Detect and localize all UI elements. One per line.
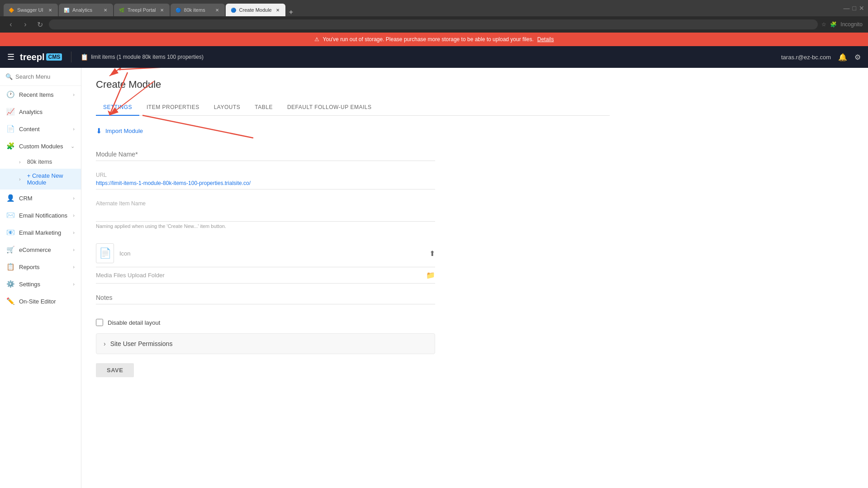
tab-settings[interactable]: SETTINGS <box>96 99 139 116</box>
tab-close-80k[interactable]: ✕ <box>214 7 220 13</box>
alternate-item-name-group: Alternate Item Name Naming applied when … <box>96 200 435 229</box>
sidebar-item-reports[interactable]: 📋 Reports › <box>0 258 81 275</box>
header-user-email: taras.r@ez-bc.com <box>781 54 831 61</box>
permissions-arrow-icon: › <box>104 340 106 347</box>
incognito-label: Incognito <box>840 21 863 28</box>
sidebar-item-settings-label: Settings <box>19 281 68 288</box>
module-name-input[interactable] <box>96 148 435 161</box>
tab-default-followup[interactable]: DEFAULT FOLLOW-UP EMAILS <box>280 99 379 116</box>
sidebar-item-analytics[interactable]: 📈 Analytics <box>0 103 81 120</box>
tab-title-swagger: Swagger UI <box>17 7 44 13</box>
tab-close-analytics[interactable]: ✕ <box>102 7 109 13</box>
address-bar-right: ☆ 🧩 Incognito <box>821 21 863 28</box>
tab-close-swagger[interactable]: ✕ <box>47 7 53 13</box>
minimize-button[interactable]: — <box>844 5 850 12</box>
tab-title-treepl: Treepl Portal <box>128 7 156 13</box>
alert-details-link[interactable]: Details <box>537 36 554 43</box>
refresh-button[interactable]: ↻ <box>34 19 45 30</box>
sidebar-item-email-notifications[interactable]: ✉️ Email Notifications › <box>0 207 81 224</box>
content-inner: Create Module SETTINGS ITEM PROPERTIES L… <box>81 68 624 388</box>
alternate-name-label: Alternate Item Name <box>96 200 435 207</box>
sidebar-item-content[interactable]: 📄 Content › <box>0 120 81 137</box>
onsite-editor-icon: ✏️ <box>6 297 14 305</box>
tab-table[interactable]: TABLE <box>247 99 280 116</box>
media-folder-group: Media Files Upload Folder 📁 <box>96 267 435 284</box>
browser-tab-analytics[interactable]: 📊 Analytics ✕ <box>59 4 113 16</box>
sidebar-item-settings[interactable]: ⚙️ Settings › <box>0 275 81 293</box>
header-site-label: limit items (1 module 80k items 100 prop… <box>91 54 204 60</box>
icon-file-icon: 📄 <box>99 247 111 259</box>
create-module-arrow-icon: › <box>19 176 21 182</box>
sidebar-item-email-marketing[interactable]: 📧 Email Marketing › <box>0 224 81 241</box>
sidebar-item-email-notif-label: Email Notifications <box>19 212 68 219</box>
sidebar-item-recent[interactable]: 🕐 Recent Items › <box>0 86 81 103</box>
close-button[interactable]: ✕ <box>859 5 864 12</box>
browser-tab-treepl[interactable]: 🌿 Treepl Portal ✕ <box>114 4 170 16</box>
disable-detail-layout-checkbox[interactable] <box>96 319 103 326</box>
svg-marker-4 <box>118 68 121 71</box>
sidebar-search-area[interactable]: 🔍 <box>0 68 81 86</box>
notes-group <box>96 291 435 304</box>
bookmark-icon[interactable]: ☆ <box>821 21 826 28</box>
main-layout: 🔍 🕐 Recent Items › 📈 Analytics 📄 Content… <box>0 68 868 488</box>
url-field-label: URL <box>96 172 435 178</box>
disable-detail-layout-label: Disable detail layout <box>108 319 160 326</box>
site-icon: 📋 <box>81 53 88 61</box>
custom-modules-icon: 🧩 <box>6 142 14 150</box>
search-input[interactable] <box>15 73 76 80</box>
sidebar-subitem-create-module[interactable]: › + Create New Module <box>0 169 81 190</box>
email-notif-arrow-icon: › <box>73 213 75 218</box>
notes-input[interactable] <box>96 291 435 304</box>
maximize-button[interactable]: □ <box>853 5 856 12</box>
save-button[interactable]: SAVE <box>96 363 134 377</box>
sidebar-item-custom-modules-label: Custom Modules <box>19 143 66 150</box>
email-marketing-arrow-icon: › <box>73 230 75 235</box>
sidebar-item-crm[interactable]: 👤 CRM › <box>0 190 81 207</box>
logo-cms-badge: CMS <box>46 53 62 61</box>
alternate-item-name-input[interactable] <box>96 208 435 222</box>
url-input[interactable]: https://limit-items-1-module-80k-items-1… <box>49 19 818 29</box>
sidebar-item-ecommerce[interactable]: 🛒 eCommerce › <box>0 241 81 258</box>
sidebar-item-crm-label: CRM <box>19 195 68 202</box>
tab-title-create: Create Module <box>239 7 272 13</box>
page-title: Create Module <box>96 79 610 90</box>
site-user-permissions-row[interactable]: › Site User Permissions <box>96 333 435 354</box>
settings-gear-icon[interactable]: ⚙ <box>854 53 861 62</box>
tab-close-create[interactable]: ✕ <box>275 7 281 13</box>
notification-bell-icon[interactable]: 🔔 <box>838 53 847 62</box>
crm-arrow-icon: › <box>73 195 75 201</box>
alert-message: You've run out of storage. Please purcha… <box>323 36 534 43</box>
tab-close-treepl[interactable]: ✕ <box>159 7 165 13</box>
tab-favicon-80k: 🔵 <box>175 7 181 13</box>
svg-line-0 <box>109 68 127 76</box>
sidebar-item-custom-modules[interactable]: 🧩 Custom Modules ⌄ <box>0 137 81 155</box>
hamburger-menu-button[interactable]: ☰ <box>7 52 14 62</box>
disable-detail-layout-row: Disable detail layout <box>96 315 435 330</box>
search-icon: 🔍 <box>5 73 13 80</box>
browser-tab-create[interactable]: 🔵 Create Module ✕ <box>226 4 285 16</box>
sidebar-item-email-marketing-label: Email Marketing <box>19 229 68 236</box>
tab-title-80k: 80k items <box>184 7 211 13</box>
sidebar-subitem-create-label: + Create New Module <box>27 172 75 186</box>
forward-button[interactable]: › <box>20 19 31 30</box>
media-folder-button[interactable]: 📁 <box>426 271 435 280</box>
extensions-icon[interactable]: 🧩 <box>830 21 837 28</box>
analytics-icon: 📈 <box>6 108 14 116</box>
browser-tab-swagger[interactable]: 🔶 Swagger UI ✕ <box>4 4 58 16</box>
new-tab-button[interactable]: + <box>286 8 296 16</box>
header-right: taras.r@ez-bc.com 🔔 ⚙ <box>781 53 861 62</box>
header-site-info: 📋 limit items (1 module 80k items 100 pr… <box>81 53 204 61</box>
tab-layouts[interactable]: LAYOUTS <box>207 99 248 116</box>
tab-item-properties[interactable]: ITEM PROPERTIES <box>139 99 207 116</box>
sidebar-subitem-80k[interactable]: › 80k items <box>0 155 81 169</box>
sidebar-item-onsite-editor[interactable]: ✏️ On-Site Editor <box>0 293 81 310</box>
icon-upload-button[interactable]: ⬆ <box>429 249 435 258</box>
back-button[interactable]: ‹ <box>5 19 16 30</box>
svg-line-3 <box>118 68 217 70</box>
tab-favicon-analytics: 📊 <box>63 7 70 13</box>
custom-modules-arrow-icon: ⌄ <box>71 143 75 149</box>
browser-tab-80k[interactable]: 🔵 80k items ✕ <box>171 4 225 16</box>
reports-icon: 📋 <box>6 263 14 271</box>
import-module-button[interactable]: ⬇ Import Module <box>96 127 610 135</box>
alert-icon: ⚠ <box>314 36 319 43</box>
